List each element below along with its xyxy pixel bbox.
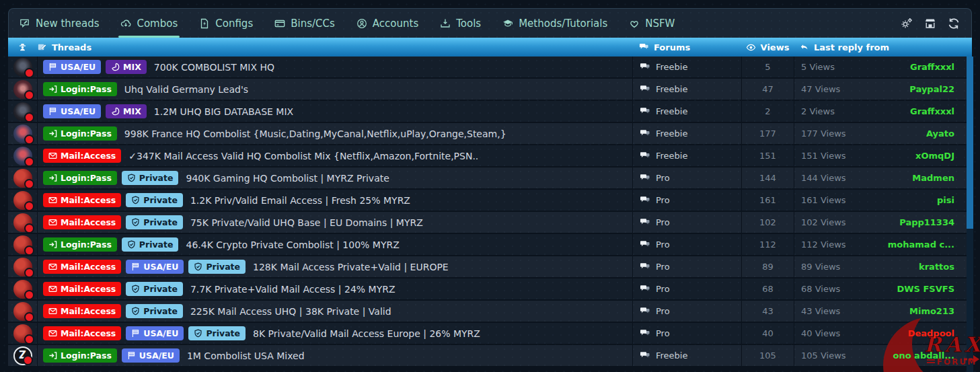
avatar[interactable]: Z xyxy=(13,346,32,365)
badge-login-pass[interactable]: Login:Pass xyxy=(43,348,117,363)
last-reply-user[interactable]: mohamad c... xyxy=(888,239,954,250)
settings-button[interactable] xyxy=(900,17,913,30)
pie-icon xyxy=(111,107,120,116)
thread-title[interactable]: 225K Mail Access UHQ | 38K Private | Val… xyxy=(190,306,391,317)
pencil-icon xyxy=(37,42,47,52)
tab-nsfw[interactable]: NSFW xyxy=(629,9,675,38)
badge-usa-eu[interactable]: USA/EU xyxy=(126,260,184,274)
badge-private[interactable]: Private xyxy=(122,171,179,185)
last-reply-user[interactable]: xOmqDJ xyxy=(915,151,954,161)
badge-mail-access[interactable]: Mail:Access xyxy=(43,260,121,274)
avatar[interactable] xyxy=(13,302,32,321)
badge-mail-access[interactable]: Mail:Access xyxy=(43,326,121,340)
thread-title[interactable]: 700K COMBOLIST MIX HQ xyxy=(154,62,274,73)
thread-title[interactable]: Uhq Valid Germany Lead's xyxy=(124,84,248,95)
thread-title[interactable]: 1.2K Priv/Valid Email Access | Fresh 25%… xyxy=(190,195,410,206)
thread-title[interactable]: 940K Gaming HQ Combolist | MYRZ Private xyxy=(186,173,389,184)
avatar[interactable] xyxy=(13,169,32,188)
tab-methods-tutorials[interactable]: Methods/Tutorials xyxy=(502,9,607,38)
marketplace-button[interactable] xyxy=(924,17,937,30)
avatar[interactable] xyxy=(13,124,32,143)
thread-title[interactable]: 75K Private/Valid UHQ Base | EU Domains … xyxy=(190,217,423,228)
forum-link[interactable]: Freebie xyxy=(656,128,687,139)
badge-mix[interactable]: MIX xyxy=(106,104,147,118)
badge-login-pass[interactable]: Login:Pass xyxy=(43,82,117,96)
thread-title[interactable]: 8K Private/Valid Mail Access Europe | 26… xyxy=(253,328,480,339)
badge-mail-access[interactable]: Mail:Access xyxy=(43,215,121,229)
badge-login-pass[interactable]: Login:Pass xyxy=(43,126,117,141)
avatar[interactable] xyxy=(13,213,32,232)
avatar[interactable] xyxy=(13,191,32,210)
forum-link[interactable]: Freebie xyxy=(656,350,687,361)
forum-link[interactable]: Pro xyxy=(656,328,670,338)
tab-bins-ccs[interactable]: Bins/CCs xyxy=(274,9,335,38)
status-dot xyxy=(24,68,34,78)
forum-link[interactable]: Pro xyxy=(656,173,670,183)
tab-combos[interactable]: Combos xyxy=(120,9,178,38)
forum-link[interactable]: Freebie xyxy=(656,106,687,116)
avatar[interactable] xyxy=(13,102,32,121)
badge-usa-eu[interactable]: USA/EU xyxy=(43,60,101,74)
badge-login-pass[interactable]: Login:Pass xyxy=(43,171,117,185)
badge-private[interactable]: Private xyxy=(188,326,246,340)
last-reply-user[interactable]: ono abdall... xyxy=(893,350,954,361)
avatar[interactable] xyxy=(13,80,32,99)
scrollbar-track[interactable] xyxy=(967,57,973,372)
badge-mail-access[interactable]: Mail:Access xyxy=(43,149,121,163)
forum-link[interactable]: Pro xyxy=(656,306,670,316)
badge-usa-eu[interactable]: USA/EU xyxy=(43,104,101,118)
scrollbar-thumb[interactable] xyxy=(967,57,973,229)
avatar[interactable] xyxy=(13,280,32,299)
tab-new-threads[interactable]: New threads xyxy=(20,9,99,38)
tab-tools[interactable]: Tools xyxy=(440,9,481,38)
last-reply-user[interactable]: Paypal22 xyxy=(909,84,954,94)
badge-login-pass[interactable]: Login:Pass xyxy=(43,237,117,252)
forum-link[interactable]: Freebie xyxy=(656,84,687,94)
forum-link[interactable]: Freebie xyxy=(656,62,687,72)
forum-link[interactable]: Pro xyxy=(656,239,670,250)
badge-private[interactable]: Private xyxy=(126,215,183,229)
tab-accounts[interactable]: Accounts xyxy=(356,9,418,38)
last-reply-user[interactable]: krattos xyxy=(919,262,954,272)
thread-title[interactable]: ✓347K Mail Access Valid HQ Combolist Mix… xyxy=(128,151,478,161)
forum-link[interactable]: Pro xyxy=(656,284,670,294)
last-reply-user[interactable]: Ayato xyxy=(926,128,954,139)
forum-link[interactable]: Pro xyxy=(656,217,670,227)
badge-private[interactable]: Private xyxy=(126,282,183,296)
last-reply-user[interactable]: Deadpool xyxy=(908,328,954,338)
last-reply-user[interactable]: DWS FSVFS xyxy=(897,284,954,294)
last-reply-user[interactable]: Graffxxxl xyxy=(910,106,954,116)
badge-mix[interactable]: MIX xyxy=(106,60,147,74)
last-reply-user[interactable]: Papp11334 xyxy=(899,217,954,227)
thread-title[interactable]: 1M Combolist USA Mixed xyxy=(187,350,305,361)
avatar[interactable] xyxy=(13,258,32,276)
badge-mail-access[interactable]: Mail:Access xyxy=(43,193,121,207)
avatar[interactable] xyxy=(13,324,32,343)
badge-usa-eu[interactable]: USA/EU xyxy=(122,348,180,363)
last-reply-user[interactable]: Graffxxxl xyxy=(910,62,954,72)
badge-private[interactable]: Private xyxy=(122,237,179,252)
badge-private[interactable]: Private xyxy=(188,260,246,274)
badge-private[interactable]: Private xyxy=(126,193,183,207)
forum-link[interactable]: Pro xyxy=(656,262,670,272)
forum-link[interactable]: Pro xyxy=(656,195,670,205)
thread-title[interactable]: 46.4K Crypto Private Combolist | 100% MY… xyxy=(186,239,399,250)
thread-title[interactable]: 7.7K Private+Valid Mail Access | 24% MYR… xyxy=(190,284,395,295)
forum-link[interactable]: Freebie xyxy=(656,151,687,161)
badge-usa-eu[interactable]: USA/EU xyxy=(126,326,184,340)
avatar[interactable] xyxy=(13,235,32,254)
tab-configs[interactable]: Configs xyxy=(199,9,253,38)
last-reply-user[interactable]: Mimo213 xyxy=(909,306,954,316)
last-reply-user[interactable]: Madmen xyxy=(912,173,954,183)
thread-title[interactable]: 128K Mail Access Private+Valid | EUROPE xyxy=(253,262,449,272)
avatar[interactable] xyxy=(13,58,32,77)
badge-mail-access[interactable]: Mail:Access xyxy=(43,282,121,296)
badge-private[interactable]: Private xyxy=(126,304,183,318)
thread-title[interactable]: 998K France HQ Combolist {Music,Dating,M… xyxy=(124,128,506,139)
refresh-button[interactable] xyxy=(947,17,960,30)
last-reply-user[interactable]: pisi xyxy=(937,195,954,205)
avatar[interactable] xyxy=(13,147,32,165)
thread-title[interactable]: 1.2M UHQ BIG DATABASE MIX xyxy=(154,106,293,117)
badge-mail-access[interactable]: Mail:Access xyxy=(43,304,121,318)
comments-icon xyxy=(640,106,650,117)
